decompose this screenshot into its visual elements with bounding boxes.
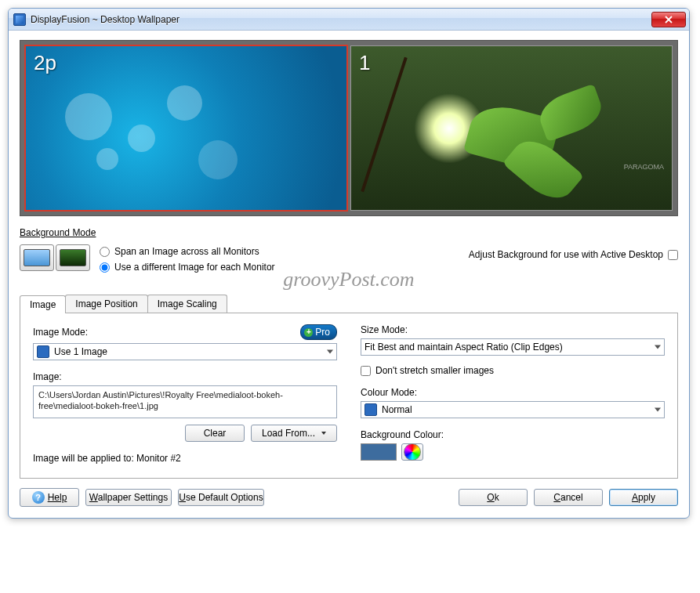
background-mode-legend: Background Mode [20,227,678,238]
title-bar[interactable]: DisplayFusion ~ Desktop Wallpaper [9,9,689,31]
image-mode-combo[interactable]: Use 1 Image [33,343,337,360]
bg-colour-swatch[interactable] [361,443,397,461]
colour-mode-combo[interactable]: Normal [361,401,665,418]
dialog-content: 2p PARAGOMA 1 Background Mode Span an Im… [9,31,689,518]
image-icon [37,345,49,358]
radio-span-image[interactable]: Span an Image across all Monitors [100,246,459,257]
cancel-rest: ancel [560,492,583,503]
tab-image[interactable]: Image [20,295,66,313]
left-column: Image Mode: + Pro Use 1 Image Image: C:\… [33,324,337,464]
right-column: Size Mode: Fit Best and maintain Aspect … [361,324,665,464]
close-button[interactable] [651,12,686,27]
chevron-down-icon [655,408,661,412]
radio-diff-input[interactable] [100,262,110,273]
image-icon [365,403,377,416]
applied-to-text: Image will be applied to: Monitor #2 [33,453,337,464]
wallpaper-settings-rest: allpaper Settings [98,492,168,503]
ok-button[interactable]: Ok [459,489,528,506]
load-from-button[interactable]: Load From... [251,425,337,442]
close-icon [665,16,673,24]
use-default-rest: se Default Options [186,492,263,503]
cancel-button[interactable]: Cancel [534,489,603,506]
pro-badge[interactable]: + Pro [300,324,337,340]
tab-image-scaling[interactable]: Image Scaling [147,295,227,313]
plus-icon: + [304,328,313,337]
window-title: DisplayFusion ~ Desktop Wallpaper [31,14,651,25]
ok-rest: k [495,492,499,503]
apply-button[interactable]: Apply [609,489,678,506]
colour-mode-label: Colour Mode: [361,387,417,398]
chevron-down-icon [327,350,333,354]
image-watermark: PARAGOMA [624,163,664,171]
colour-mode-value: Normal [382,404,412,415]
help-button[interactable]: ? Help [20,488,79,507]
apply-rest: pply [638,492,655,503]
dont-stretch-checkbox[interactable] [361,366,371,376]
wallpaper-settings-button[interactable]: Wallpaper Settings [85,489,172,506]
pro-badge-text: Pro [315,327,330,338]
load-from-label: Load From... [262,428,315,439]
use-default-button[interactable]: Use Default Options [178,489,264,506]
radio-span-input[interactable] [100,247,110,257]
monitor-1-label: 1 [359,51,370,75]
monitor-1-preview[interactable]: PARAGOMA 1 [350,45,673,211]
dialog-footer: ? Help Wallpaper Settings Use Default Op… [20,479,678,507]
active-desktop-label: Adjust Background for use with Active De… [469,249,663,260]
monitor-2-label: 2p [34,51,56,75]
active-desktop-check[interactable]: Adjust Background for use with Active De… [469,249,678,260]
tab-image-position[interactable]: Image Position [65,295,147,313]
dialog-window: DisplayFusion ~ Desktop Wallpaper 2p PAR… [8,8,690,519]
active-desktop-checkbox[interactable] [668,250,678,260]
size-mode-value: Fit Best and maintain Aspect Ratio (Clip… [365,342,563,353]
radio-span-label: Span an Image across all Monitors [114,246,259,257]
monitor-preview: 2p PARAGOMA 1 [20,40,678,216]
image-mode-label: Image Mode: [33,327,88,338]
size-mode-combo[interactable]: Fit Best and maintain Aspect Ratio (Clip… [361,338,665,356]
help-icon: ? [32,491,45,504]
tab-strip: Image Image Position Image Scaling [20,295,678,313]
help-label: Help [48,492,67,503]
monitor-2-preview[interactable]: 2p [25,45,347,211]
chevron-down-icon [655,345,661,349]
dont-stretch-check[interactable]: Don't stretch smaller images [361,365,665,376]
image-mode-value: Use 1 Image [54,346,107,357]
chevron-down-icon [321,432,326,435]
radio-diff-label: Use a different Image for each Monitor [114,262,275,273]
monitor-icons [20,241,90,271]
tab-panel-image: Image Mode: + Pro Use 1 Image Image: C:\… [20,313,678,479]
app-icon [13,13,26,26]
monitor-icon [20,244,54,271]
colour-wheel-icon [404,443,421,461]
image-path-label: Image: [33,371,62,382]
monitor-icon [56,244,90,271]
size-mode-label: Size Mode: [361,324,408,335]
dont-stretch-label: Don't stretch smaller images [375,365,494,376]
image-path-textbox[interactable]: C:\Users\Jordan Austin\Pictures\!Royalty… [33,385,337,418]
colour-picker-button[interactable] [401,443,423,461]
bg-colour-label: Background Colour: [361,429,444,440]
clear-button[interactable]: Clear [185,425,245,442]
